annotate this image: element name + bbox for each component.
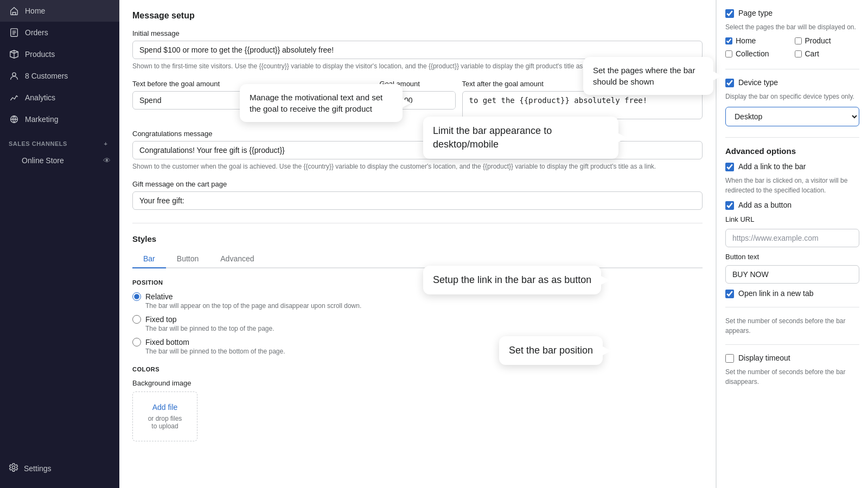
add-file-link[interactable]: Add file: [144, 403, 186, 412]
sidebar-item-marketing[interactable]: Marketing: [0, 108, 119, 130]
gift-message-section: Gift message on the cart page: [132, 180, 703, 210]
customers-icon: [9, 70, 20, 81]
open-new-tab-checkbox-row: Open link in a new tab: [725, 289, 859, 298]
add-link-checkbox[interactable]: [725, 163, 734, 171]
orders-icon: [9, 27, 20, 38]
sales-channels-header: SALES CHANNELS +: [0, 130, 119, 152]
position-fixed-top-hint: The bar will be pinned to the top of the…: [145, 325, 703, 332]
text-after-input[interactable]: to get the {{product}} absolutely free!: [462, 91, 703, 119]
page-type-section: Page type Select the pages the bar will …: [725, 9, 859, 58]
position-fixed-top-label[interactable]: Fixed top: [132, 315, 703, 324]
panel-divider-3: [725, 307, 859, 307]
page-type-grid: Home Product Collection Cart: [725, 36, 859, 58]
add-sales-channel-button[interactable]: +: [101, 139, 111, 149]
add-link-label: Add a link to the bar: [738, 162, 806, 171]
advanced-options-section: Advanced options Add a link to the bar W…: [725, 146, 859, 387]
position-relative-option: Relative The bar will appear on the top …: [132, 292, 703, 310]
colors-title: COLORS: [132, 366, 703, 373]
panel-divider-4: [725, 344, 859, 345]
page-type-checkbox[interactable]: [725, 9, 734, 18]
sidebar-item-settings[interactable]: Settings: [9, 457, 111, 479]
home-icon: [9, 5, 20, 16]
device-type-select[interactable]: Desktop Mobile All: [725, 107, 859, 126]
open-new-tab-label: Open link in a new tab: [738, 289, 814, 298]
add-as-button-label: Add as a button: [738, 201, 792, 209]
page-type-checkbox-row: Page type: [725, 9, 859, 18]
sidebar-item-orders[interactable]: Orders: [0, 22, 119, 43]
tab-advanced[interactable]: Advanced: [209, 250, 265, 268]
styles-title: Styles: [132, 234, 703, 243]
bg-image-label: Background image: [132, 379, 703, 387]
add-as-button-checkbox-row: Add as a button: [725, 201, 859, 210]
right-panel: Set the pages where the bar should be sh…: [716, 0, 868, 488]
device-type-label: Device type: [738, 78, 778, 87]
position-fixed-bottom-option: Fixed bottom The bar will be pinned to t…: [132, 338, 703, 355]
products-icon: [9, 49, 20, 60]
add-as-button-checkbox[interactable]: [725, 201, 734, 210]
sidebar-label-orders: Orders: [25, 28, 48, 37]
marketing-icon: [9, 114, 20, 125]
sidebar-item-analytics[interactable]: Analytics: [0, 87, 119, 108]
callout-motivational-text: Manage the motivational text and set the…: [240, 84, 403, 122]
position-fixed-bottom-label[interactable]: Fixed bottom: [132, 338, 703, 346]
device-type-hint: Display the bar on specific device types…: [725, 92, 859, 101]
page-cart-checkbox[interactable]: [795, 50, 802, 57]
display-timeout-checkbox-row: Display timeout: [725, 354, 859, 363]
display-timeout-label: Display timeout: [738, 354, 790, 362]
panel-divider-2: [725, 137, 859, 138]
advanced-title: Advanced options: [725, 146, 859, 156]
colors-section: COLORS Background image Add file or drop…: [132, 366, 703, 441]
sidebar-label-home: Home: [25, 7, 45, 15]
position-relative-radio[interactable]: [132, 292, 141, 301]
online-store-label: Online Store: [22, 156, 64, 165]
eye-icon: 👁: [103, 156, 111, 165]
button-text-input[interactable]: [725, 265, 859, 284]
sidebar: Home Orders Products 8 Customers Analyti…: [0, 0, 119, 488]
position-relative-hint: The bar will appear on the top of the pa…: [145, 302, 703, 310]
congrats-hint: Shown to the customer when the goal is a…: [132, 162, 703, 171]
link-url-input[interactable]: [725, 229, 859, 247]
gift-message-input[interactable]: [132, 191, 703, 210]
settings-label: Settings: [24, 464, 52, 473]
sidebar-bottom: Settings: [0, 448, 119, 488]
position-relative-label[interactable]: Relative: [132, 292, 703, 301]
page-product-label: Product: [805, 36, 831, 45]
styles-section: Styles Bar Button Advanced POSITION Rela…: [132, 223, 703, 441]
position-section: POSITION Relative The bar will appear on…: [132, 279, 703, 355]
page-type-hint: Select the pages the bar will be display…: [725, 22, 859, 32]
page-home-item: Home: [725, 36, 790, 45]
sidebar-item-products[interactable]: Products: [0, 43, 119, 65]
position-fixed-top-option: Fixed top The bar will be pinned to the …: [132, 315, 703, 332]
position-fixed-top-radio[interactable]: [132, 315, 141, 324]
file-drop-zone[interactable]: Add file or drop filesto upload: [132, 391, 197, 441]
page-cart-item: Cart: [795, 49, 860, 58]
page-collection-item: Collection: [725, 49, 790, 58]
device-type-checkbox[interactable]: [725, 79, 734, 87]
initial-message-input[interactable]: [132, 41, 703, 59]
link-url-label: Link URL: [725, 215, 859, 223]
styles-tab-bar: Bar Button Advanced: [132, 250, 703, 268]
position-fixed-bottom-radio[interactable]: [132, 338, 141, 346]
page-collection-checkbox[interactable]: [725, 50, 732, 57]
tab-bar[interactable]: Bar: [132, 250, 166, 268]
sidebar-item-customers[interactable]: 8 Customers: [0, 65, 119, 87]
svg-point-1: [12, 73, 16, 76]
tab-button[interactable]: Button: [166, 250, 209, 268]
position-fixed-bottom-hint: The bar will be pinned to the bottom of …: [145, 348, 703, 355]
display-timeout-checkbox[interactable]: [725, 354, 734, 363]
main-area: Manage the motivational text and set the…: [119, 0, 868, 488]
sidebar-label-marketing: Marketing: [25, 115, 58, 124]
open-new-tab-checkbox[interactable]: [725, 290, 734, 298]
button-text-label: Button text: [725, 253, 859, 261]
sidebar-item-online-store[interactable]: Online Store 👁: [0, 152, 119, 169]
page-product-checkbox[interactable]: [795, 37, 802, 44]
initial-message-label: Initial message: [132, 29, 703, 37]
page-type-label: Page type: [738, 9, 773, 17]
add-link-hint: When the bar is clicked on, a visitor wi…: [725, 176, 859, 195]
callout-bar-position: Set the bar position: [499, 336, 603, 365]
page-home-checkbox[interactable]: [725, 37, 732, 44]
device-type-section: Device type Display the bar on specific …: [725, 78, 859, 126]
device-type-checkbox-row: Device type: [725, 78, 859, 87]
sidebar-item-home[interactable]: Home: [0, 0, 119, 22]
sidebar-navigation: Home Orders Products 8 Customers Analyti…: [0, 0, 119, 448]
